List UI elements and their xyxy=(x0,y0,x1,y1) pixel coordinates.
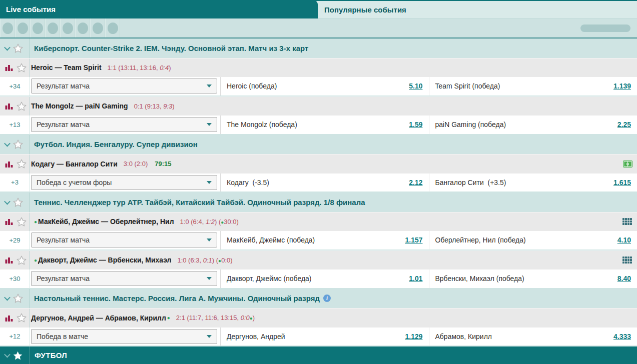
odds-button[interactable]: 4.333 xyxy=(613,332,631,340)
league-header-row: Теннис. Челленджер тур ATP. Тайбэй, Кита… xyxy=(0,192,637,212)
match-name[interactable]: Дергунов, Андрей — Абрамов, Кирилл xyxy=(30,314,166,322)
match-name[interactable]: Кодагу — Бангалор Сити xyxy=(30,160,118,168)
chevron-down-icon[interactable] xyxy=(4,294,11,301)
odds-button[interactable]: 1.139 xyxy=(613,82,631,90)
league-title[interactable]: Киберспорт. Counter-Strike 2. IEM. Чэнду… xyxy=(30,44,308,52)
outcome-cell[interactable]: Team Spirit (победа) 1.139 xyxy=(429,77,637,96)
more-markets-count[interactable]: +34 xyxy=(0,77,30,96)
info-icon[interactable]: i xyxy=(323,294,331,302)
chevron-down-icon[interactable] xyxy=(4,352,11,358)
match-row[interactable]: ● Дакворт, Джеймс — Врбенски, Михаэл ● 1… xyxy=(0,250,637,270)
stats-chart-icon[interactable] xyxy=(5,64,13,71)
tab-bar: Live события Популярные события xyxy=(0,0,637,18)
market-row: +12 Победа в матче Дергунов, Андрей 1.12… xyxy=(0,328,637,347)
outcome-cell[interactable]: Дергунов, Андрей 1.129 xyxy=(220,328,429,346)
sport-filter-icon[interactable] xyxy=(105,18,120,38)
market-select[interactable]: Результат матча xyxy=(31,78,217,94)
sport-filter-icon[interactable] xyxy=(30,18,45,38)
odds-button[interactable]: 2.25 xyxy=(617,120,631,128)
outcome-label: Оберлейтнер, Нил (победа) xyxy=(435,236,526,244)
more-markets-count[interactable]: +29 xyxy=(0,231,30,250)
outcome-cell[interactable]: Кодагу (-3.5) 2.12 xyxy=(220,174,429,192)
match-name[interactable]: The Mongolz — paiN Gaming xyxy=(30,102,128,110)
outcome-cell[interactable]: Врбенски, Михаэл (победа) 8.40 xyxy=(429,270,637,288)
favorite-star-icon[interactable] xyxy=(13,294,23,303)
odds-button[interactable]: 8.40 xyxy=(617,274,631,282)
sport-filter-icon[interactable] xyxy=(75,18,90,38)
match-row[interactable]: ● МакКейб, Джеймс — Оберлейтнер, Нил ● 1… xyxy=(0,212,637,232)
market-select[interactable]: Победа в матче xyxy=(31,329,217,344)
match-row[interactable]: ● The Mongolz — paiN Gaming ● 0:1 (9:13,… xyxy=(0,96,637,116)
live-serve-dot: ● xyxy=(167,315,170,320)
outcome-cell[interactable]: paiN Gaming (победа) 2.25 xyxy=(429,116,637,134)
market-select[interactable]: Победа с учетом форы xyxy=(31,175,217,190)
more-markets-count[interactable]: +3 xyxy=(0,174,30,192)
favorite-star-icon[interactable] xyxy=(13,44,23,53)
stats-chart-icon[interactable] xyxy=(5,218,13,225)
favorite-star-icon[interactable] xyxy=(17,102,27,111)
match-name[interactable]: МакКейб, Джеймс — Оберлейтнер, Нил xyxy=(37,218,174,226)
favorite-star-icon[interactable] xyxy=(13,198,23,207)
sport-filter-icon[interactable] xyxy=(0,18,15,38)
favorite-star-filled-icon[interactable] xyxy=(13,351,23,360)
outcome-cell[interactable]: Абрамов, Кирилл 4.333 xyxy=(429,328,637,346)
match-row[interactable]: ● Кодагу — Бангалор Сити ● 3:0 (2:0) 79:… xyxy=(0,154,637,174)
market-select[interactable]: Результат матча xyxy=(31,232,217,248)
tab-popular-events[interactable]: Популярные события xyxy=(318,1,637,18)
market-select[interactable]: Результат матча xyxy=(31,271,217,286)
favorite-star-icon[interactable] xyxy=(17,159,27,168)
favorite-star-icon[interactable] xyxy=(17,217,27,226)
match-name[interactable]: Дакворт, Джеймс — Врбенски, Михаэл xyxy=(37,256,171,264)
chevron-down-icon[interactable] xyxy=(4,44,11,50)
stats-grid-icon[interactable] xyxy=(622,218,632,226)
league-title[interactable]: Футбол. Индия. Бенгалуру. Супер дивизион xyxy=(30,140,198,148)
outcome-cell[interactable]: Оберлейтнер, Нил (победа) 4.10 xyxy=(429,231,637,250)
market-select[interactable]: Результат матча xyxy=(31,117,217,132)
outcome-cell[interactable]: МакКейб, Джеймс (победа) 1.157 xyxy=(220,231,429,250)
favorite-star-icon[interactable] xyxy=(17,256,27,265)
outcome-cell[interactable]: The Mongolz (победа) 1.59 xyxy=(220,116,429,134)
stats-chart-icon[interactable] xyxy=(5,160,13,168)
sport-filter-icon[interactable] xyxy=(60,18,75,38)
favorite-star-icon[interactable] xyxy=(17,63,27,72)
league-title[interactable]: Настольный теннис. Мастерс. Россия. Лига… xyxy=(30,294,320,302)
sport-section-football[interactable]: ФУТБОЛ xyxy=(0,346,637,364)
odds-button[interactable]: 4.10 xyxy=(617,236,631,244)
football-pitch-icon[interactable] xyxy=(623,160,632,168)
odds-button[interactable]: 1.615 xyxy=(613,178,631,186)
odds-button[interactable]: 1.59 xyxy=(409,120,422,128)
chevron-down-icon[interactable] xyxy=(4,198,11,204)
outcome-cell[interactable]: Бангалор Сити (+3.5) 1.615 xyxy=(429,174,637,192)
favorite-star-icon[interactable] xyxy=(13,140,23,149)
odds-button[interactable]: 2.12 xyxy=(409,178,422,186)
league-title[interactable]: Теннис. Челленджер тур ATP. Тайбэй, Кита… xyxy=(30,198,365,206)
more-markets-count[interactable]: +30 xyxy=(0,270,30,288)
sport-filter-icon[interactable] xyxy=(15,18,30,38)
chevron-down-icon[interactable] xyxy=(4,140,11,147)
sport-filter-icon[interactable] xyxy=(45,18,60,38)
match-name[interactable]: Heroic — Team Spirit xyxy=(30,64,102,72)
stats-chart-icon[interactable] xyxy=(5,102,13,110)
match-icon-col xyxy=(0,97,30,116)
more-markets-count[interactable]: +12 xyxy=(0,328,30,346)
tab-live-events[interactable]: Live события xyxy=(0,0,318,18)
stats-chart-icon[interactable] xyxy=(5,314,13,322)
odds-button[interactable]: 1.157 xyxy=(405,236,422,244)
outcome-label: Heroic (победа) xyxy=(227,82,277,90)
sport-icon xyxy=(18,22,28,34)
favorite-star-icon[interactable] xyxy=(17,313,27,322)
odds-button[interactable]: 5.10 xyxy=(409,82,422,90)
market-row: +34 Результат матча Heroic (победа) 5.10… xyxy=(0,77,637,96)
outcome-cell[interactable]: Дакворт, Джеймс (победа) 1.01 xyxy=(220,270,429,288)
stats-chart-icon[interactable] xyxy=(5,256,13,264)
match-row[interactable]: ● Дергунов, Андрей — Абрамов, Кирилл ● 2… xyxy=(0,308,637,328)
more-markets-count[interactable]: +13 xyxy=(0,116,30,134)
match-row[interactable]: ● Heroic — Team Spirit ● 1:1 (13:11, 13:… xyxy=(0,58,637,78)
odds-button[interactable]: 1.01 xyxy=(409,274,422,282)
stats-grid-icon[interactable] xyxy=(622,256,632,264)
odds-button[interactable]: 1.129 xyxy=(405,332,422,340)
scrollbar-thumb[interactable] xyxy=(580,24,630,32)
outcome-cell[interactable]: Heroic (победа) 5.10 xyxy=(220,77,429,96)
sport-filter-icon[interactable] xyxy=(90,18,105,38)
sport-icon xyxy=(78,22,88,34)
